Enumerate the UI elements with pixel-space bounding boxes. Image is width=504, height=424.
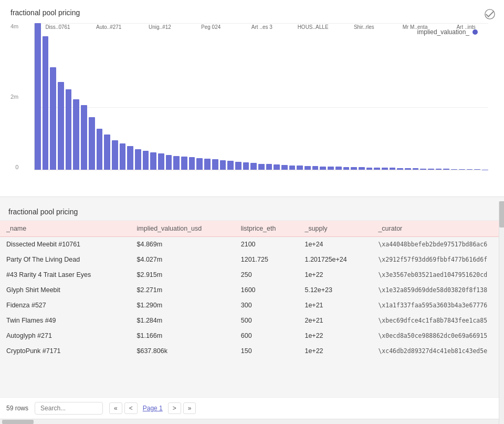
col-listprice: listprice_eth — [235, 221, 299, 237]
y-label-bottom: 0 — [15, 164, 18, 170]
bar-item — [304, 166, 311, 170]
x-axis-label: Diss..0761 — [45, 24, 70, 30]
data-cell: 600 — [235, 328, 299, 344]
data-cell: 1e+24 — [298, 237, 372, 252]
bar-item — [204, 159, 211, 170]
curator-cell: \x2912f57f93dd69fbbf477b616d6f — [372, 252, 499, 267]
table-row: Dissected Meebit #10761$4.869m21001e+24\… — [0, 237, 499, 252]
chart-area: implied_valuation_ 4m 2m 0 Diss..0761Aut… — [10, 23, 494, 191]
y-label-top: 4m — [10, 23, 18, 29]
bar-item — [320, 167, 326, 170]
data-cell: 250 — [235, 267, 299, 283]
bar-item — [243, 162, 249, 170]
table-wrapper: _name implied_valuation_usd listprice_et… — [0, 221, 504, 397]
data-cell: 5.12e+23 — [298, 283, 372, 298]
curator-cell: \x0ecd8a50ce988862dc0e69a66915 — [372, 328, 499, 344]
data-cell: 2e+21 — [298, 313, 372, 328]
bar-item — [235, 162, 242, 170]
table-row: Fidenza #527$1.290m3001e+21\x1a1f337faa5… — [0, 298, 499, 313]
data-cell: CryptoPunk #7171 — [0, 344, 131, 359]
data-cell: $1.290m — [131, 298, 235, 313]
data-cell: 300 — [235, 298, 299, 313]
data-cell: $4.027m — [131, 252, 235, 267]
bar-item — [351, 167, 357, 170]
data-cell: $4.869m — [131, 237, 235, 252]
curator-cell: \xc46db2d89327d4c41eb81c43ed5e — [372, 344, 499, 359]
check-icon[interactable] — [484, 8, 496, 20]
first-page-button[interactable]: « — [109, 402, 122, 414]
bar-item — [289, 166, 296, 170]
table-title: fractional pool pricing — [0, 201, 504, 221]
table-row: Glyph Shirt Meebit$2.271m16005.12e+23\x1… — [0, 283, 499, 298]
bar-item — [227, 161, 234, 170]
bar-item — [35, 23, 41, 170]
bar-item — [297, 166, 303, 170]
last-page-button[interactable]: » — [183, 402, 196, 414]
table-row: Party Of The Living Dead$4.027m1201.7251… — [0, 252, 499, 267]
bar-item — [274, 164, 280, 170]
bar-item — [135, 149, 141, 170]
bar-item — [150, 152, 156, 170]
data-cell: 1e+21 — [298, 298, 372, 313]
row-count: 59 rows — [6, 405, 28, 412]
bar-chart — [34, 23, 488, 170]
bar-item — [212, 159, 218, 170]
bar-item — [120, 143, 126, 170]
y-axis: 4m 2m 0 — [10, 23, 21, 170]
data-cell: #43 Rarity 4 Trait Laser Eyes — [0, 267, 131, 283]
col-name: _name — [0, 221, 131, 237]
bar-item — [428, 169, 434, 170]
bar-item — [343, 167, 350, 170]
bar-item — [97, 129, 103, 170]
data-cell: Autoglyph #271 — [0, 328, 131, 344]
bar-item — [405, 168, 411, 170]
curator-cell: \x1a1f337faa595a3603b4a3e67776 — [372, 298, 499, 313]
chart-title: fractional pool pricing — [10, 8, 494, 17]
data-cell: Fidenza #527 — [0, 298, 131, 313]
bar-item — [420, 169, 426, 170]
bar-item — [312, 166, 319, 170]
x-axis-label: Peg 024 — [201, 24, 220, 30]
data-cell: 1e+22 — [298, 267, 372, 283]
bar-item — [328, 167, 334, 170]
bar-item — [335, 167, 342, 170]
current-page-label[interactable]: Page 1 — [140, 403, 166, 413]
curator-cell: \xbec69dfce4c1fa8b7843fee1ca85 — [372, 313, 499, 328]
x-axis-label: HOUS..ALLE — [298, 24, 329, 30]
search-input[interactable] — [35, 402, 103, 415]
data-cell: $2.915m — [131, 267, 235, 283]
curator-cell: \x3e3567eb03521aed1047951620cd — [372, 267, 499, 283]
table-row: #43 Rarity 4 Trait Laser Eyes$2.915m2501… — [0, 267, 499, 283]
bar-item — [443, 169, 449, 170]
bar-item — [43, 36, 49, 170]
bottom-panel: fractional pool pricing _name implied_va… — [0, 201, 504, 424]
pagination: « < Page 1 > » — [109, 402, 196, 414]
prev-page-button[interactable]: < — [124, 402, 138, 414]
bottom-scrollbar[interactable] — [0, 419, 504, 424]
bar-item — [73, 99, 79, 170]
app-wrapper: fractional pool pricing implied_valuatio… — [0, 0, 504, 424]
bar-item — [467, 169, 473, 170]
bar-item — [451, 169, 457, 170]
bar-item — [81, 105, 87, 170]
next-page-button[interactable]: > — [168, 402, 181, 414]
curator-cell: \x1e32a859d69dde58d03820f8f138 — [372, 283, 499, 298]
bar-item — [374, 168, 380, 170]
data-cell: 500 — [235, 313, 299, 328]
y-label-mid: 2m — [10, 94, 18, 100]
bar-item — [250, 163, 257, 170]
x-axis-label: Unig..#12 — [149, 24, 171, 30]
bar-item — [158, 153, 164, 170]
x-axis-label: Mr M..enta — [403, 24, 428, 30]
data-cell: Dissected Meebit #10761 — [0, 237, 131, 252]
bar-item — [459, 169, 465, 170]
bar-item — [127, 146, 133, 170]
bar-item — [58, 82, 64, 170]
bar-item — [143, 151, 149, 170]
data-cell: $1.284m — [131, 313, 235, 328]
table-row: CryptoPunk #7171$637.806k1501e+22\xc46db… — [0, 344, 499, 359]
bottom-scrollbar-thumb[interactable] — [2, 420, 34, 424]
data-cell: 2100 — [235, 237, 299, 252]
bar-item — [112, 140, 118, 170]
x-axis-label: Auto..#271 — [96, 24, 121, 30]
